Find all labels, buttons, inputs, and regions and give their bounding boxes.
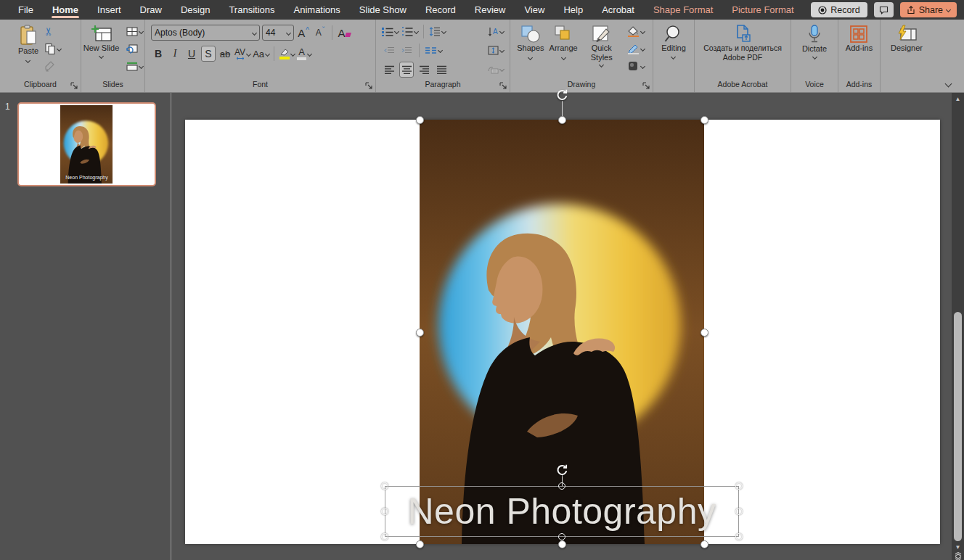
scroll-down-button[interactable]: ▼: [952, 543, 964, 552]
record-button[interactable]: Record: [811, 2, 867, 17]
paste-button[interactable]: Paste: [18, 22, 38, 62]
italic-button[interactable]: I: [168, 46, 182, 62]
section-button[interactable]: [125, 59, 144, 73]
tab-picture-format[interactable]: Picture Format: [722, 0, 803, 20]
font-name-combobox[interactable]: Aptos (Body): [151, 25, 260, 41]
dictate-button[interactable]: Dictate: [802, 22, 827, 59]
addins-button[interactable]: Add-ins: [846, 22, 873, 53]
designer-button[interactable]: Designer: [891, 22, 923, 53]
shape-effects-button[interactable]: [626, 59, 646, 73]
tab-insert[interactable]: Insert: [88, 0, 131, 20]
picture-handle-middle-right[interactable]: [700, 329, 708, 337]
vertical-scrollbar[interactable]: ▲ ▼: [952, 93, 964, 560]
picture-handle-top-left[interactable]: [416, 116, 424, 124]
textbox-handle-middle-right[interactable]: [735, 508, 743, 515]
textbox-handle-top-right[interactable]: [735, 482, 743, 490]
thumbnail-photo: [60, 105, 113, 184]
tab-animations[interactable]: Animations: [285, 0, 350, 20]
underline-button[interactable]: U: [184, 46, 199, 62]
font-color-button[interactable]: A: [297, 46, 311, 62]
reset-slide-button[interactable]: [125, 41, 144, 56]
picture-handle-bottom-center[interactable]: [558, 540, 566, 548]
picture-handle-top-right[interactable]: [700, 116, 708, 124]
align-center-button[interactable]: [399, 62, 414, 78]
font-size-combobox[interactable]: 44: [262, 25, 294, 41]
highlight-color-button[interactable]: [279, 46, 295, 62]
slide-title-text[interactable]: Neon Photography: [408, 490, 716, 532]
textbox-handle-bottom-left[interactable]: [381, 533, 388, 540]
text-shadow-button[interactable]: S: [201, 46, 216, 62]
numbering-button[interactable]: [401, 24, 418, 40]
align-left-button[interactable]: [382, 62, 396, 78]
copy-button[interactable]: [43, 41, 62, 56]
text-direction-icon: A: [488, 27, 499, 36]
picture-handle-bottom-left[interactable]: [416, 540, 424, 548]
textbox-handle-top-left[interactable]: [381, 482, 388, 490]
tab-slide-show[interactable]: Slide Show: [350, 0, 416, 20]
collapse-ribbon-button[interactable]: [945, 81, 952, 88]
textbox-rotate-handle[interactable]: [555, 464, 568, 477]
grow-font-button[interactable]: A^: [296, 25, 311, 41]
tab-shape-format[interactable]: Shape Format: [644, 0, 722, 20]
comments-button[interactable]: [874, 2, 894, 17]
clipboard-dialog-launcher[interactable]: [70, 82, 78, 90]
picture-handle-bottom-right[interactable]: [700, 540, 708, 548]
justify-icon: [436, 65, 447, 74]
slide-thumbnail-1[interactable]: Neon Photography: [17, 102, 156, 186]
increase-indent-button[interactable]: [399, 43, 414, 59]
textbox-handle-top-center[interactable]: [558, 482, 565, 490]
tab-draw[interactable]: Draw: [131, 0, 171, 20]
editing-button[interactable]: Editing: [661, 22, 686, 59]
picture-rotate-handle[interactable]: [555, 88, 568, 102]
arrange-button[interactable]: Arrange: [550, 22, 578, 59]
convert-to-smartart-button[interactable]: [487, 62, 504, 78]
tab-record[interactable]: Record: [416, 0, 465, 20]
bold-button[interactable]: B: [151, 46, 166, 62]
shape-outline-button[interactable]: [626, 41, 646, 56]
change-case-button[interactable]: Aa: [253, 46, 269, 62]
shrink-font-button[interactable]: Aˇ: [313, 25, 327, 41]
tab-view[interactable]: View: [515, 0, 554, 20]
tab-home[interactable]: Home: [43, 0, 88, 20]
quick-styles-button[interactable]: Quick Styles: [583, 22, 621, 67]
title-text-box[interactable]: Neon Photography: [385, 486, 739, 537]
paragraph-dialog-launcher[interactable]: [499, 82, 507, 90]
align-text-button[interactable]: [488, 43, 504, 59]
group-clipboard: Paste ✂ Clipboard: [0, 20, 81, 92]
textbox-handle-bottom-center[interactable]: [558, 533, 565, 540]
tab-review[interactable]: Review: [465, 0, 515, 20]
picture-handle-middle-left[interactable]: [416, 329, 424, 337]
clear-formatting-button[interactable]: A: [337, 25, 351, 41]
line-spacing-button[interactable]: [429, 24, 446, 40]
tab-file[interactable]: File: [9, 0, 43, 20]
character-spacing-button[interactable]: AV: [234, 46, 250, 62]
slide-canvas[interactable]: Neon Photography: [185, 120, 940, 544]
shapes-button[interactable]: Shapes: [517, 22, 544, 59]
slide-layout-button[interactable]: [125, 24, 144, 38]
strikethrough-button[interactable]: ab: [218, 46, 232, 62]
font-dialog-launcher[interactable]: [365, 82, 373, 90]
drawing-dialog-launcher[interactable]: [642, 82, 650, 90]
decrease-indent-button[interactable]: [382, 43, 396, 59]
textbox-handle-middle-left[interactable]: [381, 508, 388, 515]
tab-design[interactable]: Design: [171, 0, 219, 20]
tab-acrobat[interactable]: Acrobat: [592, 0, 644, 20]
picture-handle-top-center[interactable]: [558, 116, 566, 124]
format-painter-button[interactable]: [43, 59, 62, 73]
scrollbar-thumb[interactable]: [954, 312, 962, 541]
textbox-handle-bottom-right[interactable]: [735, 533, 743, 540]
tab-help[interactable]: Help: [554, 0, 592, 20]
cut-button[interactable]: ✂: [43, 24, 62, 38]
tab-transitions[interactable]: Transitions: [219, 0, 284, 20]
scroll-up-button[interactable]: ▲: [952, 94, 964, 104]
align-right-button[interactable]: [417, 62, 431, 78]
text-direction-button[interactable]: A: [488, 24, 504, 40]
new-slide-button[interactable]: New Slide: [82, 22, 121, 58]
columns-button[interactable]: [425, 43, 442, 59]
justify-button[interactable]: [434, 62, 449, 78]
create-share-pdf-button[interactable]: Создать и поделиться Adobe PDF: [698, 22, 788, 62]
bullets-button[interactable]: [382, 24, 399, 40]
shape-fill-button[interactable]: [626, 24, 646, 38]
share-button[interactable]: Share: [900, 2, 957, 17]
next-slide-button[interactable]: [952, 556, 964, 560]
